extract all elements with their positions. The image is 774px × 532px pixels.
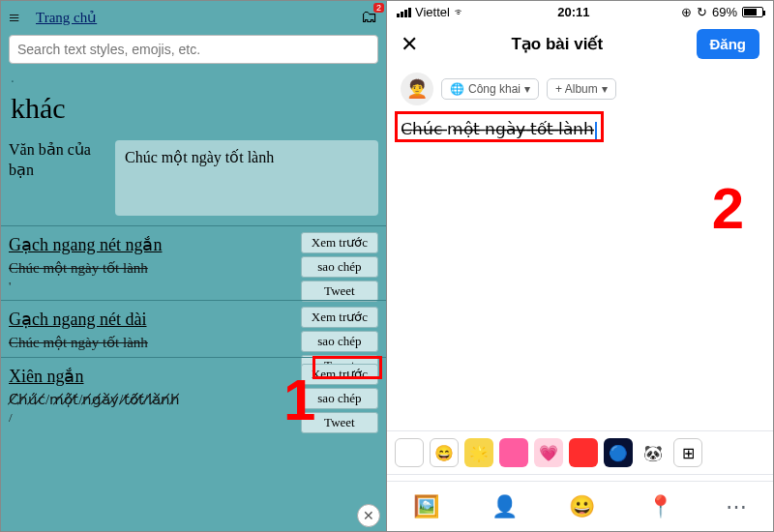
your-text-label: Văn bản của bạn bbox=[9, 140, 105, 216]
status-bar: Viettel ᯤ 20:11 ⊕ ↻ 69% bbox=[387, 1, 773, 21]
notif-badge: 2 bbox=[373, 3, 384, 13]
avatar[interactable]: 🧑‍🦱 bbox=[401, 73, 433, 105]
compose-title: Tạo bài viết bbox=[418, 34, 697, 54]
globe-icon: 🌐 bbox=[450, 82, 464, 96]
signal-icon bbox=[397, 8, 411, 17]
step-number-2: 2 bbox=[712, 175, 744, 242]
search-input[interactable] bbox=[9, 35, 378, 64]
home-link[interactable]: Trang chủ bbox=[36, 9, 97, 26]
background-option[interactable] bbox=[569, 438, 598, 467]
text-style-app-panel: ≡ Trang chủ 🗂 2 · khác Văn bản của bạn C… bbox=[1, 1, 387, 531]
preview-button[interactable]: Xem trước bbox=[301, 232, 378, 253]
style-block: Gạch ngang nét dàiChúc một ngày tốt lành… bbox=[1, 300, 386, 357]
alarm-icon: ⊕ bbox=[681, 5, 692, 19]
compose-textarea[interactable]: C̶h̶ú̶c̶ ̶m̶ộ̶t̶ ̶n̶g̶à̶y̶ ̶t̶ố̶t̶ ̶l̶à̶… bbox=[387, 113, 773, 145]
location-button[interactable]: 📍 bbox=[647, 494, 673, 519]
background-option[interactable] bbox=[395, 438, 424, 467]
tweet-button[interactable]: Tweet bbox=[301, 281, 378, 302]
post-button[interactable]: Đăng bbox=[697, 29, 760, 59]
privacy-selector[interactable]: 🌐 Công khai ▾ bbox=[441, 78, 539, 100]
carrier-label: Viettel bbox=[415, 5, 450, 19]
background-picker: 😄🌟💗🔵🐼⊞ bbox=[387, 430, 773, 475]
highlight-copy-button bbox=[313, 356, 382, 379]
tag-people-button[interactable]: 👤 bbox=[491, 494, 518, 519]
background-option[interactable]: 😄 bbox=[430, 438, 459, 467]
chevron-down-icon: ▾ bbox=[524, 82, 530, 96]
background-option[interactable]: 🌟 bbox=[464, 438, 493, 467]
background-option[interactable]: 🔵 bbox=[604, 438, 633, 467]
album-selector[interactable]: + Album ▾ bbox=[547, 78, 616, 100]
copy-button[interactable]: sao chép bbox=[301, 331, 378, 352]
facebook-compose-panel: Viettel ᯤ 20:11 ⊕ ↻ 69% ✕ Tạo bài viết Đ… bbox=[387, 1, 773, 531]
background-option[interactable]: 🐼 bbox=[639, 438, 668, 467]
action-bar: 🖼️👤😀📍⋯ bbox=[387, 481, 773, 531]
hamburger-icon[interactable]: ≡ bbox=[9, 8, 30, 27]
close-button[interactable]: ✕ bbox=[401, 32, 418, 57]
copy-button[interactable]: sao chép bbox=[301, 256, 378, 278]
feeling-button[interactable]: 😀 bbox=[569, 494, 595, 519]
chevron-down-icon: ▾ bbox=[602, 82, 608, 96]
clock: 20:11 bbox=[466, 5, 681, 19]
preview-button[interactable]: Xem trước bbox=[301, 307, 378, 328]
battery-icon bbox=[742, 7, 763, 17]
notifications-button[interactable]: 🗂 2 bbox=[361, 7, 378, 27]
close-ad-button[interactable]: ✕ bbox=[357, 504, 380, 527]
your-text-input[interactable]: Chúc một ngày tốt lành bbox=[115, 140, 378, 216]
orientation-lock-icon: ↻ bbox=[697, 5, 707, 19]
step-number-1: 1 bbox=[283, 367, 315, 433]
section-title: khác bbox=[1, 90, 386, 138]
more-button[interactable]: ⋯ bbox=[726, 494, 747, 519]
background-option[interactable] bbox=[499, 438, 528, 467]
style-block: Gạch ngang nét ngắnChúc một ngày tốt làn… bbox=[1, 225, 386, 300]
background-option[interactable]: ⊞ bbox=[673, 438, 702, 467]
wifi-icon: ᯤ bbox=[454, 5, 466, 19]
battery-percent: 69% bbox=[712, 5, 737, 19]
background-option[interactable]: 💗 bbox=[534, 438, 563, 467]
highlight-compose-text bbox=[395, 111, 604, 142]
photo-button[interactable]: 🖼️ bbox=[413, 494, 439, 519]
